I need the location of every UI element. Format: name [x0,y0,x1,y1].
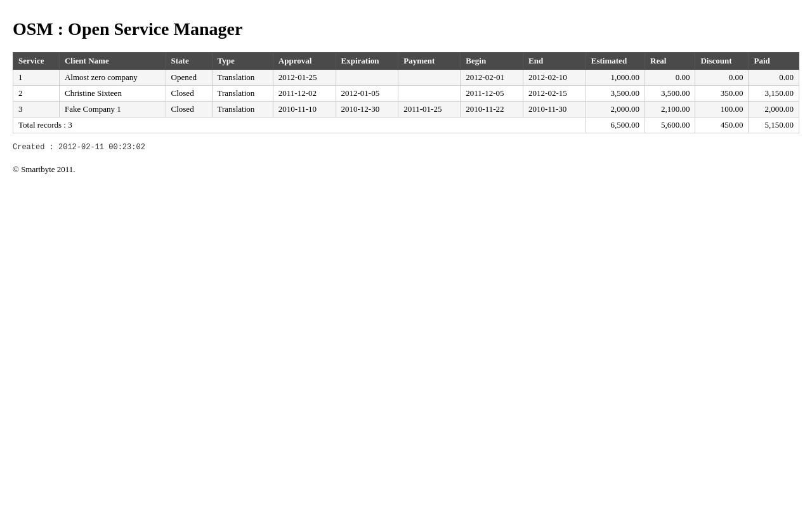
cell-approval: 2010-11-10 [273,102,336,117]
cell-paid: 3,150.00 [749,86,799,102]
cell-real: 3,500.00 [645,86,695,102]
cell-payment [398,70,461,86]
col-header-expiration: Expiration [336,53,398,70]
cell-payment [398,86,461,102]
col-header-approval: Approval [273,53,336,70]
table-row: 3Fake Company 1ClosedTranslation2010-11-… [13,102,799,117]
cell-state: Closed [166,102,212,117]
col-header-end: End [523,53,586,70]
cell-discount: 0.00 [695,70,749,86]
cell-end: 2012-02-10 [523,70,586,86]
cell-payment: 2011-01-25 [398,102,461,117]
cell-client-name: Almost zero company [59,70,166,86]
cell-estimated: 1,000.00 [586,70,645,86]
cell-estimated: 2,000.00 [586,102,645,117]
cell-client-name: Christine Sixteen [59,86,166,102]
cell-type: Translation [212,86,273,102]
totals-row: Total records : 3 6,500.00 5,600.00 450.… [13,117,799,133]
total-paid: 5,150.00 [749,117,799,133]
col-header-client-name: Client Name [59,53,166,70]
cell-begin: 2011-12-05 [461,86,523,102]
services-table: Service Client Name State Type Approval … [13,52,799,133]
table-row: 1Almost zero companyOpenedTranslation201… [13,70,799,86]
cell-discount: 100.00 [695,102,749,117]
col-header-payment: Payment [398,53,461,70]
cell-real: 0.00 [645,70,695,86]
total-records-label: Total records : 3 [13,117,586,133]
cell-type: Translation [212,102,273,117]
cell-end: 2012-02-15 [523,86,586,102]
total-real: 5,600.00 [645,117,695,133]
cell-real: 2,100.00 [645,102,695,117]
page-title: OSM : Open Service Manager [13,19,799,39]
cell-begin: 2012-02-01 [461,70,523,86]
cell-service: 1 [13,70,60,86]
cell-expiration [336,70,398,86]
cell-type: Translation [212,70,273,86]
cell-estimated: 3,500.00 [586,86,645,102]
total-discount: 450.00 [695,117,749,133]
total-estimated: 6,500.00 [586,117,645,133]
cell-service: 2 [13,86,60,102]
cell-state: Closed [166,86,212,102]
col-header-begin: Begin [461,53,523,70]
col-header-type: Type [212,53,273,70]
cell-service: 3 [13,102,60,117]
col-header-discount: Discount [695,53,749,70]
cell-end: 2010-11-30 [523,102,586,117]
cell-begin: 2010-11-22 [461,102,523,117]
cell-paid: 2,000.00 [749,102,799,117]
created-info: Created : 2012-02-11 00:23:02 [13,143,799,152]
table-row: 2Christine SixteenClosedTranslation2011-… [13,86,799,102]
cell-discount: 350.00 [695,86,749,102]
col-header-real: Real [645,53,695,70]
col-header-estimated: Estimated [586,53,645,70]
cell-client-name: Fake Company 1 [59,102,166,117]
cell-paid: 0.00 [749,70,799,86]
col-header-paid: Paid [749,53,799,70]
cell-state: Opened [166,70,212,86]
cell-approval: 2011-12-02 [273,86,336,102]
col-header-service: Service [13,53,60,70]
copyright: © Smartbyte 2011. [13,164,799,175]
cell-approval: 2012-01-25 [273,70,336,86]
table-header-row: Service Client Name State Type Approval … [13,53,799,70]
col-header-state: State [166,53,212,70]
cell-expiration: 2010-12-30 [336,102,398,117]
cell-expiration: 2012-01-05 [336,86,398,102]
